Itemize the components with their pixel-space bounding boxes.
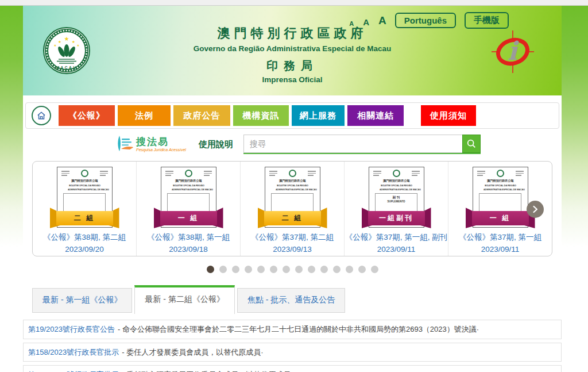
gazette-date: 2023/09/20: [43, 244, 126, 256]
carousel-next-button[interactable]: [527, 201, 544, 218]
carousel-dot[interactable]: [270, 266, 277, 273]
cover-left-text: [61, 170, 69, 176]
nav-item-terms-of-use[interactable]: 使用須知: [421, 105, 476, 126]
carousel-dot[interactable]: [207, 266, 214, 273]
nav-item-related-links[interactable]: 相關連結: [347, 105, 404, 126]
home-button[interactable]: [32, 106, 51, 125]
tab-latest-series1[interactable]: 最新 - 第一組《公報》: [32, 288, 132, 313]
nav-item-online-services[interactable]: 網上服務: [292, 105, 345, 126]
gazette-caption[interactable]: 《公報》第37期, 第二組 2023/09/13: [251, 232, 334, 256]
carousel-pagination: [23, 266, 562, 273]
nav-item-gazette[interactable]: 《公報》: [59, 105, 115, 126]
gazette-title-link[interactable]: 《公報》第37期, 第一組: [459, 232, 541, 244]
header-titles: 澳門特別行政區政府 Governo da Região Administrati…: [23, 25, 562, 84]
font-size-small-button[interactable]: A: [349, 20, 354, 27]
announcement-row: 第157/2023號行政長官批示- 委任融入國家發展工作委員會成員，以替代原成員…: [23, 365, 562, 372]
gazette-caption[interactable]: 《公報》第37期, 第一組 2023/09/11: [459, 232, 541, 256]
announcement-desc: - 委任人才發展委員會成員，以替代原成員·: [122, 348, 263, 356]
gazette-date: 2023/09/11: [459, 244, 541, 256]
gazette-carousel: 澳門特別行政區公報 BOLETIM OFICIAL DA REGIÃO ADMI…: [32, 161, 552, 256]
legal-search-logo-subtitle: Pesquisa Jurídica Acessível: [136, 148, 186, 152]
cover-supplement-pt: SUPLEMENTO: [381, 200, 412, 203]
search-box: [243, 135, 481, 154]
carousel-dot[interactable]: [333, 266, 341, 273]
gov-title-pt: Governo da Região Administrativa Especia…: [23, 44, 562, 53]
tab-highlights[interactable]: 焦點 - 批示、通告及公告: [237, 288, 345, 313]
gazette-cover: 澳門特別行政區公報 BOLETIM OFICIAL DA REGIÃO ADMI…: [161, 167, 216, 228]
cover-emblem-icon: [81, 170, 88, 177]
gazette-title-link[interactable]: 《公報》第37期, 第一組, 副刊: [345, 232, 448, 244]
gazette-title-link[interactable]: 《公報》第38期, 第二組: [43, 232, 126, 244]
search-input[interactable]: [243, 135, 462, 153]
cover-emblem-icon: [393, 170, 400, 177]
cover-title-zh: 澳門特別行政區公報: [61, 179, 108, 183]
gazette-date: 2023/09/11: [345, 244, 448, 256]
gazette-date: 2023/09/18: [147, 244, 230, 256]
home-icon: [36, 110, 47, 121]
mobile-version-button[interactable]: 手機版: [465, 12, 509, 29]
announcement-link[interactable]: 第158/2023號行政長官批示: [28, 348, 119, 356]
gazette-card[interactable]: 澳門特別行政區公報 BOLETIM OFICIAL DA REGIÃO ADMI…: [344, 162, 448, 256]
font-size-large-button[interactable]: A: [378, 14, 386, 27]
search-icon: [466, 138, 477, 149]
announcement-row: 第158/2023號行政長官批示- 委任人才發展委員會成員，以替代原成員·: [23, 343, 562, 362]
portuguese-language-button[interactable]: Português: [395, 13, 456, 28]
cover-title-pt1: BOLETIM OFICIAL DA REGIÃO: [68, 184, 102, 187]
carousel-dot[interactable]: [358, 266, 366, 273]
announcement-desc: - 命令公佈聯合國安全理事會於二零二三年七月二十七日通過的關於中非共和國局勢的第…: [118, 325, 479, 333]
page-column: ★ ★ ★ ★ ★ MACAU 澳門特別行政區政府 Governo da Reg…: [23, 6, 562, 372]
gazette-caption[interactable]: 《公報》第38期, 第二組 2023/09/20: [43, 232, 126, 256]
gazette-card[interactable]: 澳門特別行政區公報 BOLETIM OFICIAL DA REGIÃO ADMI…: [136, 162, 240, 256]
gazette-card[interactable]: 澳門特別行政區公報 BOLETIM OFICIAL DA REGIÃO ADMI…: [240, 162, 344, 256]
chevron-right-icon: [531, 205, 539, 213]
carousel-dot[interactable]: [283, 266, 290, 273]
legal-search-logo[interactable]: 搜法易 Pesquisa Jurídica Acessível: [117, 135, 186, 154]
nav-item-legislation[interactable]: 法例: [118, 105, 171, 126]
carousel-dot[interactable]: [346, 266, 353, 273]
gazette-title-link[interactable]: 《公報》第37期, 第二組: [251, 232, 334, 244]
cover-supplement-zh: 副 刊: [378, 195, 415, 199]
gazette-cover: 澳門特別行政區公報 BOLETIM OFICIAL DA REGIÃO ADMI…: [265, 167, 320, 228]
usage-instructions-link[interactable]: 使用說明: [199, 139, 233, 150]
carousel-dot[interactable]: [219, 266, 227, 273]
cover-title-pt2: ADMINISTRATIVA ESPECIAL DE MACAU: [68, 188, 102, 191]
main-navigation: 《公報》 法例 政府公告 機構資訊 網上服務 相關連結 使用須知: [25, 102, 559, 129]
gazette-card[interactable]: 澳門特別行政區公報 BOLETIM OFICIAL DA REGIÃO ADMI…: [33, 162, 136, 256]
imprensa-oficial-logo-icon: i: [490, 29, 536, 75]
announcement-list: 第19/2023號行政長官公告- 命令公佈聯合國安全理事會於二零二三年七月二十七…: [23, 320, 562, 372]
carousel-dot[interactable]: [245, 266, 252, 273]
font-size-controls: A A A: [349, 14, 386, 27]
legal-search-logo-icon: [117, 135, 134, 154]
carousel-dot[interactable]: [371, 266, 378, 273]
gazette-caption[interactable]: 《公報》第38期, 第一組 2023/09/18: [147, 232, 230, 256]
nav-item-about[interactable]: 機構資訊: [233, 105, 289, 126]
cover-emblem-icon: [497, 170, 504, 177]
gazette-cover: 澳門特別行政區公報 BOLETIM OFICIAL DA REGIÃO ADMI…: [369, 167, 424, 228]
announcement-row: 第19/2023號行政長官公告- 命令公佈聯合國安全理事會於二零二三年七月二十七…: [23, 320, 562, 339]
site-header: ★ ★ ★ ★ ★ MACAU 澳門特別行政區政府 Governo da Reg…: [23, 6, 562, 95]
gazette-cover: 澳門特別行政區公報 BOLETIM OFICIAL DA REGIÃO ADMI…: [57, 167, 113, 228]
nav-item-gov-notices[interactable]: 政府公告: [173, 105, 230, 126]
gazette-date: 2023/09/13: [251, 244, 334, 256]
bureau-title-zh: 印務局: [23, 58, 562, 74]
font-size-medium-button[interactable]: A: [363, 17, 369, 27]
gazette-caption[interactable]: 《公報》第37期, 第一組, 副刊 2023/09/11: [345, 232, 448, 256]
bureau-title-pt: Imprensa Oficial: [23, 75, 562, 84]
search-row: 搜法易 Pesquisa Jurídica Acessível 使用說明: [23, 133, 562, 156]
tab-latest-series2[interactable]: 最新 - 第二組《公報》: [134, 285, 234, 314]
carousel-dot[interactable]: [257, 266, 265, 273]
announcement-link[interactable]: 第19/2023號行政長官公告: [28, 325, 115, 333]
carousel-dot[interactable]: [232, 266, 239, 273]
content-tabs: 最新 - 第一組《公報》 最新 - 第二組《公報》 焦點 - 批示、通告及公告: [32, 285, 552, 313]
carousel-dot[interactable]: [295, 266, 303, 273]
legal-search-logo-title: 搜法易: [136, 137, 186, 147]
browser-top-strip: [0, 0, 588, 6]
carousel-dot[interactable]: [320, 266, 328, 273]
carousel-dot[interactable]: [308, 266, 315, 273]
search-button[interactable]: [462, 135, 481, 153]
cover-emblem-icon: [289, 170, 296, 177]
gazette-title-link[interactable]: 《公報》第38期, 第一組: [147, 232, 230, 244]
cover-emblem-icon: [185, 170, 192, 177]
header-controls: A A A Português 手機版: [349, 12, 509, 29]
gazette-cover: 澳門特別行政區公報 BOLETIM OFICIAL DA REGIÃO ADMI…: [473, 167, 528, 228]
